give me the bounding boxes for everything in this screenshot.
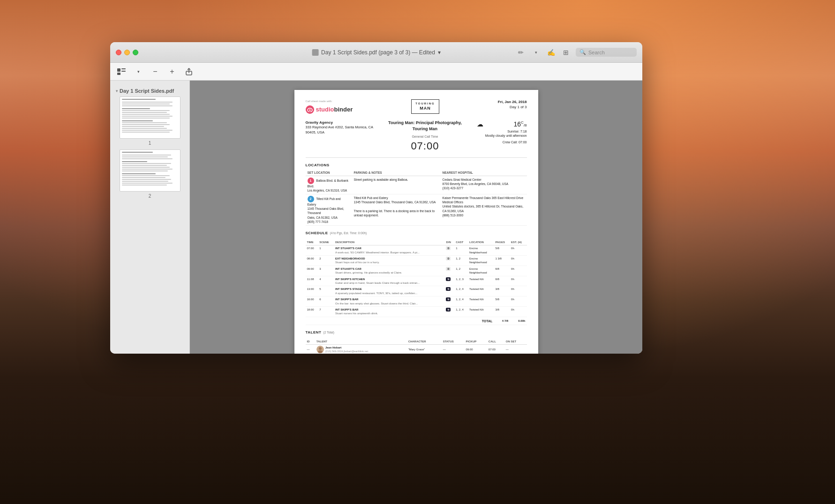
talent-name-1: Jean Hobart (213) 569-3324 jhobart@earth… bbox=[315, 345, 407, 354]
window-title: Day 1 Script Sides.pdf (page 3 of 3) — E… bbox=[321, 49, 435, 56]
close-button[interactable] bbox=[116, 50, 121, 55]
loc-parking-2: Tilted Kilt Pub and Eatery1345 Thousand … bbox=[352, 194, 440, 225]
cs-logo: studiobinder bbox=[306, 105, 353, 114]
sched-dn-2: D bbox=[444, 256, 454, 266]
sched-scene-7: 7 bbox=[318, 306, 334, 317]
sched-h-dn: D/N bbox=[444, 239, 454, 245]
sched-desc-2: EXT NEIGHBORHOODStuart hops out of his c… bbox=[334, 256, 445, 266]
cs-company-address: 333 Raymond Ave #202, Santa Monica, CA bbox=[306, 125, 374, 130]
thumbnail-content-1 bbox=[120, 97, 180, 135]
temp-low: 8 bbox=[525, 123, 527, 127]
thumbnail-list: 1 bbox=[116, 96, 184, 199]
search-label: Search bbox=[588, 50, 605, 55]
table-row: 18:00 7 INT SKIPP'S BARStuart nurses his… bbox=[306, 306, 527, 317]
sched-h-cast: CAST bbox=[454, 239, 468, 245]
sched-desc-7: INT SKIPP'S BARStuart nurses his umpteen… bbox=[334, 306, 445, 317]
thumbnail-page-2[interactable]: 2 bbox=[116, 149, 184, 199]
cs-locations-section: LOCATIONS SET LOCATION PARKING & NOTES N… bbox=[306, 163, 527, 226]
talent-h-pickup: PICKUP bbox=[465, 339, 487, 345]
pdf-viewer[interactable]: Call sheet made with: studiobinder bbox=[190, 81, 642, 354]
sched-cast-3: 1, 2 bbox=[454, 266, 468, 276]
cs-date: Fri, Jan 26, 2018 bbox=[498, 99, 527, 104]
zoom-in-button[interactable]: + bbox=[165, 66, 179, 77]
cs-made-with: Call sheet made with: bbox=[306, 99, 353, 103]
sidebar-chevron-icon: ▾ bbox=[116, 89, 118, 93]
cs-day-info: Day 1 of 3 bbox=[498, 104, 527, 110]
sched-time-2: 08:00 bbox=[306, 256, 318, 266]
sched-loc-4: Twisted Kilt bbox=[468, 276, 494, 286]
talent-h-id: ID bbox=[306, 339, 315, 345]
titlebar: Day 1 Script Sides.pdf (page 3 of 3) — E… bbox=[110, 42, 642, 63]
pencil-dropdown[interactable]: ▾ bbox=[531, 47, 541, 58]
view-toggle-button[interactable] bbox=[115, 66, 128, 77]
avatar bbox=[316, 346, 324, 353]
loc-header-3: NEAREST HOSPITAL bbox=[441, 170, 527, 176]
cs-temp: 16C/8 bbox=[485, 120, 527, 129]
cs-date-info: Fri, Jan 26, 2018 Day 1 of 3 bbox=[498, 99, 527, 110]
sched-cast-1: 1 bbox=[454, 245, 468, 256]
cs-locations-table: SET LOCATION PARKING & NOTES NEAREST HOS… bbox=[306, 170, 527, 226]
location-num-2: 2 bbox=[308, 196, 314, 202]
location-num-1: 1 bbox=[308, 178, 314, 184]
talent-call-1: 07:00 bbox=[487, 345, 504, 354]
sched-loc-6: Twisted Kilt bbox=[468, 296, 494, 307]
cs-call-time: 07:00 bbox=[388, 139, 462, 154]
sched-desc-6: INT SKIPP'S BAROn the bar: two empty sho… bbox=[334, 296, 445, 307]
cs-talent-title: TALENT bbox=[306, 330, 322, 335]
sched-est-7: 0h bbox=[510, 306, 527, 317]
pencil-tool[interactable]: ✏ bbox=[516, 47, 526, 58]
sched-loc-7: Twisted Kilt bbox=[468, 306, 494, 317]
sched-pages-7: 3/8 bbox=[494, 306, 510, 317]
sched-scene-2: 2 bbox=[318, 256, 334, 266]
cs-show-title: Touring Man: Principal Photography, bbox=[388, 120, 462, 126]
view-dropdown[interactable]: ▾ bbox=[132, 66, 145, 77]
sign-tool[interactable]: ✍ bbox=[546, 47, 556, 58]
sched-dn-1: D bbox=[444, 245, 454, 256]
sched-loc-1: EncinoNeighborhood bbox=[468, 245, 494, 256]
cs-crew-call: Crew Call: 07:00 bbox=[477, 140, 527, 145]
sched-time-4: 11:08 bbox=[306, 276, 318, 286]
dropdown-arrow[interactable]: ▾ bbox=[438, 49, 441, 56]
toolbar: ▾ − + bbox=[110, 63, 642, 81]
sched-time-3: 09:00 bbox=[306, 266, 318, 276]
sched-dn-5: N bbox=[444, 286, 454, 296]
search-icon: 🔍 bbox=[579, 49, 586, 55]
share-button[interactable] bbox=[182, 66, 196, 77]
cs-sub-header: Gravity Agency 333 Raymond Ave #202, San… bbox=[306, 120, 527, 158]
total-label: TOTAL bbox=[306, 317, 494, 325]
sched-cast-7: 1, 2, 4 bbox=[454, 306, 468, 317]
sched-pages-1: 5/8 bbox=[494, 245, 510, 256]
search-box[interactable]: 🔍 Search bbox=[576, 48, 637, 57]
sched-cast-6: 1, 2, 4 bbox=[454, 296, 468, 307]
thumbnail-image-1 bbox=[120, 96, 181, 139]
talent-h-name: TALENT bbox=[315, 339, 407, 345]
thumbnail-page-1[interactable]: 1 bbox=[116, 96, 184, 146]
talent-id-1: — bbox=[306, 345, 315, 354]
svg-rect-3 bbox=[121, 71, 126, 72]
sched-cast-4: 1, 2, 3 bbox=[454, 276, 468, 286]
talent-h-char: CHARACTER bbox=[407, 339, 442, 345]
sched-est-3: 0h bbox=[510, 266, 527, 276]
svg-rect-2 bbox=[117, 73, 120, 75]
svg-point-6 bbox=[309, 110, 310, 111]
talent-h-status: STATUS bbox=[442, 339, 465, 345]
sched-desc-3: INT STUART'S CARStuart drives, grinning.… bbox=[334, 266, 445, 276]
talent-onset-1: — bbox=[504, 345, 527, 354]
toolbox-tool[interactable]: ⊞ bbox=[561, 47, 571, 58]
svg-rect-0 bbox=[117, 68, 120, 72]
maximize-button[interactable] bbox=[133, 50, 138, 55]
svg-rect-1 bbox=[121, 68, 126, 69]
cs-logo-area: Call sheet made with: studiobinder bbox=[306, 99, 353, 114]
sched-h-est: EST. (H) bbox=[510, 239, 527, 245]
sched-h-pages: PAGES bbox=[494, 239, 510, 245]
zoom-out-button[interactable]: − bbox=[149, 66, 162, 77]
sched-desc-4: INT SKIPP'S KITCHENGuitar and amp in han… bbox=[334, 276, 445, 286]
table-row: — bbox=[306, 345, 527, 354]
sched-dn-6: N bbox=[444, 296, 454, 307]
content-area: ▾ Day 1 Script Sides.pdf bbox=[110, 81, 642, 354]
thumbnail-label-2: 2 bbox=[149, 193, 151, 199]
sched-est-2: 0h bbox=[510, 256, 527, 266]
sched-cast-2: 1, 2 bbox=[454, 256, 468, 266]
sidebar: ▾ Day 1 Script Sides.pdf bbox=[110, 81, 190, 354]
minimize-button[interactable] bbox=[124, 50, 130, 55]
